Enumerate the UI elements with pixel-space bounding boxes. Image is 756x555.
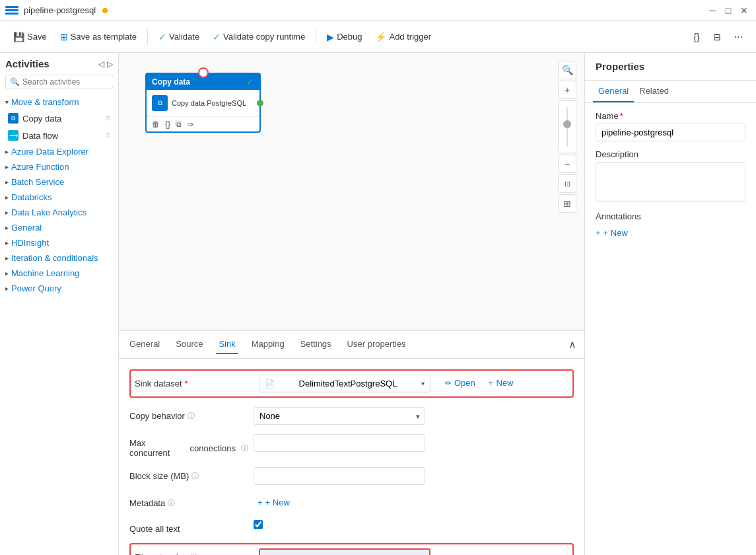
form-row-copy-behavior: Copy behavior ⓘ None FlattenHierarchy Me… — [129, 407, 574, 425]
drag-handle-flow[interactable]: ⠿ — [106, 132, 110, 139]
info-icon-concurrent[interactable]: ⓘ — [241, 443, 248, 453]
template-icon: ⊞ — [60, 32, 68, 42]
sink-dataset-select[interactable]: 📄 DelimitedTextPostgreSQL ▾ — [259, 375, 430, 392]
zoom-to-fit-search-btn[interactable]: 🔍 — [558, 61, 576, 79]
node-arrow-btn[interactable]: ⇒ — [187, 120, 193, 129]
node-code-btn[interactable]: {} — [165, 120, 170, 129]
sink-dataset-value: DelimitedTextPostgreSQL — [299, 379, 397, 388]
expand-icon[interactable]: ▷ — [107, 59, 113, 69]
chevron-down-icon: ▾ — [5, 98, 9, 106]
debug-button[interactable]: ▶ Debug — [322, 29, 367, 45]
canvas-workspace[interactable]: Copy data ✓ ⧉ Copy data PostgreSQL 🗑 {} … — [119, 53, 584, 330]
sidebar-section-hdinsight[interactable]: ▸ HDInsight — [0, 235, 118, 250]
file-icon: 📄 — [265, 379, 275, 388]
form-row-block-size: Block size (MB) ⓘ — [129, 467, 574, 485]
open-dataset-btn[interactable]: ✏ Open — [441, 375, 479, 391]
node-delete-btn[interactable]: 🗑 — [152, 120, 160, 129]
sidebar-section-batch-service[interactable]: ▸ Batch Service — [0, 174, 118, 190]
chevron-right-icon-9: ▸ — [5, 270, 9, 277]
search-icon: 🔍 — [10, 77, 20, 87]
node-container[interactable]: Copy data ✓ ⧉ Copy data PostgreSQL 🗑 {} … — [145, 73, 261, 133]
panel-tabs: General Source Sink Mapping Settings Use… — [119, 331, 584, 359]
info-icon-file-ext[interactable]: ⓘ — [190, 552, 197, 555]
info-icon-block-size[interactable]: ⓘ — [191, 471, 199, 481]
slider-thumb[interactable] — [563, 120, 571, 128]
panel-collapse-btn[interactable]: ∧ — [568, 338, 576, 351]
sidebar-item-data-flow[interactable]: ⟶ Data flow ⠿ — [0, 127, 118, 144]
prop-tab-general[interactable]: General — [593, 81, 634, 102]
sidebar-section-move-transform[interactable]: ▾ Move & transform — [0, 94, 118, 110]
block-size-input[interactable] — [254, 467, 425, 485]
max-concurrent-input[interactable] — [254, 434, 425, 452]
add-metadata-btn[interactable]: + + New — [254, 494, 294, 511]
zoom-in-btn[interactable]: + — [558, 81, 576, 99]
save-as-template-button[interactable]: ⊞ Save as template — [55, 29, 142, 45]
add-trigger-button[interactable]: ⚡ Add trigger — [370, 29, 436, 45]
more-button[interactable]: ··· — [729, 28, 748, 46]
activity-node[interactable]: Copy data ✓ ⧉ Copy data PostgreSQL 🗑 {} … — [145, 73, 261, 133]
name-input[interactable] — [596, 124, 745, 141]
description-textarea[interactable] — [596, 162, 745, 202]
sidebar-section-power-query[interactable]: ▸ Power Query — [0, 281, 118, 296]
minimize-btn[interactable]: ─ — [706, 4, 719, 17]
tab-settings[interactable]: Settings — [298, 335, 334, 354]
node-actions: 🗑 {} ⧉ ⇒ — [147, 116, 259, 131]
info-icon-metadata[interactable]: ⓘ — [168, 498, 175, 508]
sidebar-section-azure-explorer[interactable]: ▸ Azure Data Explorer — [0, 144, 118, 159]
save-button[interactable]: 💾 Save — [8, 29, 52, 45]
block-size-control — [254, 467, 425, 485]
name-required: * — [620, 111, 623, 121]
quote-all-text-checkbox[interactable] — [254, 520, 263, 529]
zoom-slider[interactable] — [558, 100, 576, 153]
sidebar-title: Activities — [5, 58, 50, 69]
separator-1 — [147, 29, 148, 45]
max-concurrent-control — [254, 434, 425, 452]
sidebar-section-machine-learning[interactable]: ▸ Machine Learning — [0, 266, 118, 281]
validate-button[interactable]: ✓ Validate — [153, 29, 205, 45]
maximize-btn[interactable]: □ — [722, 4, 735, 17]
drag-handle[interactable]: ⠿ — [106, 115, 110, 122]
fit-screen-btn[interactable]: ⊡ — [558, 174, 576, 193]
tab-user-properties[interactable]: User properties — [345, 335, 409, 354]
quote-all-text-control — [254, 520, 425, 531]
info-icon-copy-behavior[interactable]: ⓘ — [188, 411, 195, 421]
copy-behavior-control: None FlattenHierarchy MergeFiles Preserv… — [254, 407, 425, 425]
prop-tab-related[interactable]: Related — [634, 81, 674, 102]
metadata-label: Metadata ⓘ — [129, 494, 248, 508]
zoom-out-btn[interactable]: − — [558, 155, 576, 173]
add-annotation-btn[interactable]: + + New — [596, 227, 628, 239]
collapse-icon[interactable]: ◁ — [98, 59, 104, 69]
search-input[interactable] — [22, 77, 119, 87]
sink-dataset-control: 📄 DelimitedTextPostgreSQL ▾ — [259, 375, 430, 392]
node-connection-dot[interactable] — [257, 100, 263, 106]
sidebar-section-data-lake[interactable]: ▸ Data Lake Analytics — [0, 205, 118, 220]
plus-icon-annotation: + — [596, 228, 601, 238]
edit-icon: ✏ — [445, 379, 452, 388]
chevron-right-icon: ▸ — [5, 148, 9, 155]
sidebar-section-general[interactable]: ▸ General — [0, 220, 118, 235]
close-btn[interactable]: ✕ — [738, 4, 751, 17]
sidebar-content: ▾ Move & transform ⧉ Copy data ⠿ ⟶ Data … — [0, 92, 118, 555]
sidebar-section-azure-function[interactable]: ▸ Azure Function — [0, 159, 118, 174]
code-view-button[interactable]: {} — [688, 29, 704, 45]
properties-content: Name * Description Annotations + + New — [585, 103, 756, 555]
chevron-right-icon-10: ▸ — [5, 285, 9, 292]
panel-button[interactable]: ⊟ — [708, 29, 726, 45]
new-dataset-btn[interactable]: + New — [485, 375, 518, 391]
sidebar-section-iteration[interactable]: ▸ Iteration & conditionals — [0, 250, 118, 266]
tab-mapping[interactable]: Mapping — [249, 335, 287, 354]
sidebar-item-copy-data[interactable]: ⧉ Copy data ⠿ — [0, 110, 118, 127]
grid-btn[interactable]: ⊞ — [558, 194, 576, 213]
properties-title: Properties — [585, 53, 756, 81]
node-copy-btn[interactable]: ⧉ — [176, 120, 182, 129]
tab-source[interactable]: Source — [173, 335, 205, 354]
node-body: ⧉ Copy data PostgreSQL — [147, 90, 259, 116]
copy-behavior-select[interactable]: None FlattenHierarchy MergeFiles Preserv… — [254, 407, 425, 425]
tab-sink[interactable]: Sink — [216, 335, 238, 354]
form-row-metadata: Metadata ⓘ + + New — [129, 494, 574, 511]
tab-general[interactable]: General — [127, 335, 162, 354]
sidebar-section-databricks[interactable]: ▸ Databricks — [0, 190, 118, 205]
file-extension-input[interactable] — [259, 548, 430, 555]
validate-copy-runtime-button[interactable]: ✓ Validate copy runtime — [207, 29, 310, 45]
required-indicator: * — [185, 379, 188, 388]
